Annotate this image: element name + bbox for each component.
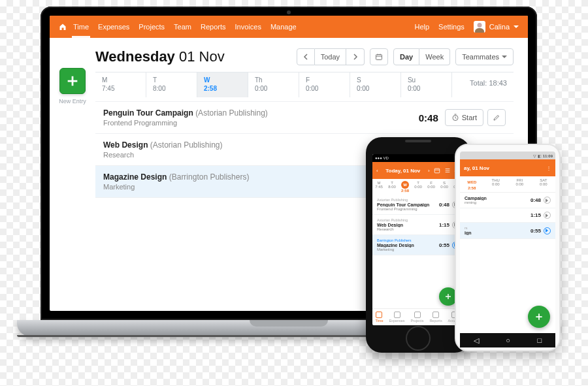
android-day-fri[interactable]: FRI0:00 [508,176,532,192]
header-row: Wednesday 01 Nov Today [95,48,514,65]
new-entry-button[interactable] [59,68,86,94]
android-day-wed[interactable]: WED2:58 [460,176,484,192]
ios-entry[interactable]: Astorian PublishingPenguin Tour Campaign… [372,195,464,215]
nav-tab-manage[interactable]: Manage [270,23,297,31]
android-nav-bar: ◁ ○ □ [460,333,555,347]
android-nav-title: ay, 01 Nov [464,165,542,171]
ios-entry[interactable]: Astorian PublishingWeb DesignResearch 1:… [372,215,464,235]
nav-tab-expenses[interactable]: Expenses [98,23,129,31]
nav-help[interactable]: Help [414,23,429,31]
entry-actions: Start [445,109,506,126]
nav-tab-reports[interactable]: Reports [201,23,226,31]
ios-app-nav: ‹ Today, 01 Nov › ••• [372,162,464,179]
prev-icon[interactable]: ‹ [376,168,378,174]
ios-day-thu[interactable]: T0:00 [412,179,425,195]
more-icon[interactable]: ⋮ [546,165,551,171]
ios-day-sat[interactable]: S0:00 [438,179,451,195]
weekday-sun[interactable]: Su0:00 [401,72,452,97]
weekday-thu[interactable]: Th0:00 [248,72,299,97]
play-icon[interactable] [544,212,551,219]
week-view-button[interactable]: Week [419,48,450,65]
chevron-down-icon [502,56,507,61]
play-icon[interactable] [544,197,551,204]
calendar-icon[interactable] [434,167,440,174]
teammates-label: Teammates [462,53,499,61]
android-day-thu[interactable]: THU0:00 [484,176,508,192]
user-name: Calina [489,23,510,31]
svg-rect-2 [434,169,440,173]
time-entry[interactable]: Penguin Tour Campaign (Astorian Publishi… [95,101,514,133]
weekday-wed[interactable]: W2:58 [197,72,248,97]
calendar-button[interactable] [370,48,388,65]
ios-day-tue[interactable]: T8:00 [385,179,399,195]
svg-rect-0 [376,55,382,60]
entry-duration: 0:48 [419,112,438,123]
ios-tab-bar: Time Expenses Projects Reports Account [372,308,464,325]
play-icon[interactable] [544,227,551,234]
phone-android: ▽ ◧ 11:09 ay, 01 Nov ⋮ WED2:58 THU0:00 F… [455,144,561,351]
android-entry[interactable]: 1:15 [460,208,555,223]
home-icon[interactable] [59,23,67,31]
ios-tab-expenses[interactable]: Expenses [389,312,404,323]
laptop-camera [287,10,291,14]
nav-tab-time[interactable]: Time [73,23,89,31]
ios-day-fri[interactable]: F0:00 [425,179,438,195]
ios-day-mon[interactable]: M7:45 [372,179,385,195]
android-screen: ▽ ◧ 11:09 ay, 01 Nov ⋮ WED2:58 THU0:00 F… [460,152,555,333]
avatar [474,21,485,33]
ios-week-bar: M7:45 T8:00 W2:58 T0:00 F0:00 S0:00 S0:0… [372,179,464,195]
new-entry-label: New Entry [59,98,86,105]
weekday-tue[interactable]: T8:00 [146,72,197,97]
start-timer-button[interactable]: Start [445,109,483,126]
week-total: Total: 18:43 [452,72,514,97]
view-controls: Today Day Week [297,48,514,65]
date-daymonth: 01 Nov [179,48,225,65]
view-mode-group: Day Week [393,48,450,65]
android-home-icon[interactable]: ○ [506,336,510,344]
android-recents-icon[interactable]: □ [538,336,542,344]
next-icon[interactable]: › [428,168,430,174]
nav-tab-projects[interactable]: Projects [139,23,165,31]
nav-tab-invoices[interactable]: Invoices [235,23,261,31]
android-entry[interactable]: rsign 0:55 [460,223,555,239]
date-nav-group: Today [297,48,365,65]
top-nav: Time Expenses Projects Team Reports Invo… [50,16,528,38]
sidebar: New Entry [50,38,95,311]
nav-tabs: Time Expenses Projects Team Reports Invo… [73,23,297,31]
android-app-nav: ay, 01 Nov ⋮ [460,159,555,176]
nav-right: Help Settings Calina [414,21,519,33]
week-bar: M7:45 T8:00 W2:58 Th0:00 F0:00 S0:00 Su0… [95,72,514,97]
android-entry[interactable]: Campaignmming 0:48 [460,193,555,208]
weekday-sat[interactable]: S0:00 [350,72,401,97]
nav-settings[interactable]: Settings [438,23,465,31]
nav-tab-team[interactable]: Team [174,23,191,31]
ios-tab-time[interactable]: Time [375,312,383,323]
date-weekday: Wednesday [95,48,175,65]
android-day-sat[interactable]: SAT0:00 [532,176,556,192]
android-back-icon[interactable]: ◁ [474,336,479,345]
nav-user[interactable]: Calina [474,21,519,33]
ios-entry[interactable]: Barrington PublishersMagazine DesignMark… [372,235,464,255]
next-day-button[interactable] [346,48,365,65]
ios-status-bar: ●●● VD🔋 [372,154,464,162]
prev-day-button[interactable] [297,48,315,65]
ios-tab-projects[interactable]: Projects [411,312,424,323]
android-add-button[interactable] [528,306,550,328]
weekday-mon[interactable]: M7:45 [95,72,146,97]
page-title: Wednesday 01 Nov [95,48,225,65]
weekday-fri[interactable]: F0:00 [299,72,350,97]
ios-tab-reports[interactable]: Reports [429,312,442,323]
android-week-bar: WED2:58 THU0:00 FRI0:00 SAT0:00 [460,176,555,193]
entry-info: Penguin Tour Campaign (Astorian Publishi… [103,108,419,127]
teammates-dropdown[interactable]: Teammates [455,48,514,65]
phone-ios-screen: ●●● VD🔋 ‹ Today, 01 Nov › ••• M7:45 T8:0… [372,154,464,325]
ios-nav-title: Today, 01 Nov [382,168,424,174]
list-icon[interactable] [444,167,451,174]
today-button[interactable]: Today [315,48,346,65]
chevron-down-icon [514,25,519,31]
edit-entry-button[interactable] [487,109,506,126]
day-view-button[interactable]: Day [393,48,419,65]
android-status-bar: ▽ ◧ 11:09 [460,152,555,159]
ios-day-wed[interactable]: W2:58 [399,179,412,195]
